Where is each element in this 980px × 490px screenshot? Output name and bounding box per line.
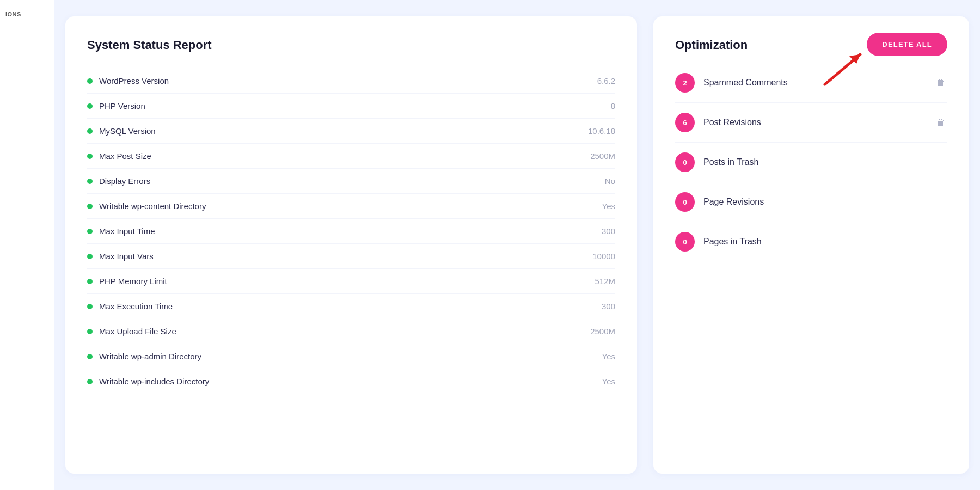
status-item-value: 2500M [590,151,615,161]
optimization-panel: Optimization DELETE ALL 2 Spammed Commen… [653,16,969,474]
status-item-label: PHP Version [99,101,145,111]
status-item-value: 6.6.2 [597,76,615,85]
status-dot [87,279,93,284]
status-dot [87,128,93,134]
status-item-value: 300 [602,226,615,236]
status-dot [87,179,93,184]
status-dot [87,229,93,234]
status-item-left: Max Post Size [87,151,151,161]
opt-item-label: Spammed Comments [703,78,926,88]
trash-icon[interactable]: 🗑 [934,115,947,130]
status-item-label: Max Execution Time [99,302,173,311]
status-item-label: Max Input Vars [99,252,154,261]
status-item-label: Max Input Time [99,226,155,236]
status-item-label: MySQL Version [99,126,156,136]
status-item-left: Display Errors [87,176,150,186]
status-item-label: Writable wp-includes Directory [99,377,209,386]
opt-item-label: Post Revisions [703,118,926,127]
status-item: PHP Version 8 [87,94,615,119]
status-item-label: Max Post Size [99,151,151,161]
status-item-left: Writable wp-content Directory [87,201,206,211]
opt-badge: 0 [675,152,695,172]
sidebar-label: IONS [5,11,21,17]
opt-item-label: Page Revisions [703,197,947,207]
status-item-left: PHP Version [87,101,145,111]
status-item-left: Max Input Time [87,226,155,236]
status-item-left: PHP Memory Limit [87,277,167,286]
status-item-label: Writable wp-content Directory [99,201,206,211]
optimization-item: 0 Pages in Trash [675,222,947,261]
status-item: Max Post Size 2500M [87,144,615,169]
opt-badge: 6 [675,113,695,132]
status-dot [87,154,93,159]
status-item-label: Writable wp-admin Directory [99,352,201,361]
status-item: WordPress Version 6.6.2 [87,69,615,94]
status-item-value: 10000 [592,252,615,261]
status-item: MySQL Version 10.6.18 [87,119,615,144]
status-dot [87,78,93,84]
status-item-left: Max Input Vars [87,252,154,261]
optimization-item: 0 Posts in Trash [675,143,947,182]
status-item-left: Writable wp-admin Directory [87,352,201,361]
status-item-value: 10.6.18 [588,126,615,136]
status-item-left: MySQL Version [87,126,156,136]
status-item: Writable wp-content Directory Yes [87,194,615,219]
status-item-left: WordPress Version [87,76,169,85]
status-item-left: Max Execution Time [87,302,173,311]
status-dot [87,254,93,259]
status-item-label: Max Upload File Size [99,327,176,336]
status-item-left: Max Upload File Size [87,327,176,336]
status-dot [87,304,93,309]
opt-badge: 0 [675,192,695,212]
opt-item-label: Pages in Trash [703,237,947,247]
status-list: WordPress Version 6.6.2 PHP Version 8 My… [87,69,615,394]
system-status-panel: System Status Report WordPress Version 6… [65,16,637,474]
main-content: System Status Report WordPress Version 6… [54,0,980,490]
status-item-left: Writable wp-includes Directory [87,377,209,386]
status-item-value: 8 [611,101,615,111]
status-dot [87,354,93,359]
status-item-value: 300 [602,302,615,311]
svg-marker-1 [849,54,860,64]
delete-all-button[interactable]: DELETE ALL [867,33,947,56]
optimization-list: 2 Spammed Comments 🗑 6 Post Revisions 🗑 … [675,63,947,261]
status-dot [87,329,93,334]
sidebar: IONS [0,0,54,490]
status-dot [87,103,93,109]
status-item-label: Display Errors [99,176,150,186]
status-dot [87,204,93,209]
optimization-item: 0 Page Revisions [675,182,947,222]
status-item-value: No [605,176,615,186]
status-item-label: PHP Memory Limit [99,277,167,286]
system-status-title: System Status Report [87,38,615,52]
status-item-label: WordPress Version [99,76,169,85]
trash-icon[interactable]: 🗑 [934,76,947,90]
opt-item-label: Posts in Trash [703,157,947,167]
status-item: PHP Memory Limit 512M [87,269,615,294]
status-item-value: Yes [602,352,615,361]
optimization-item: 6 Post Revisions 🗑 [675,103,947,143]
status-item-value: 512M [595,277,615,286]
status-item-value: Yes [602,377,615,386]
opt-badge: 2 [675,73,695,93]
status-item: Max Input Vars 10000 [87,244,615,269]
status-dot [87,379,93,384]
status-item: Writable wp-admin Directory Yes [87,344,615,369]
status-item: Max Input Time 300 [87,219,615,244]
status-item: Writable wp-includes Directory Yes [87,369,615,394]
status-item: Max Execution Time 300 [87,294,615,319]
opt-badge: 0 [675,232,695,252]
optimization-item: 2 Spammed Comments 🗑 [675,63,947,103]
status-item: Display Errors No [87,169,615,194]
status-item-value: Yes [602,201,615,211]
status-item: Max Upload File Size 2500M [87,319,615,344]
status-item-value: 2500M [590,327,615,336]
